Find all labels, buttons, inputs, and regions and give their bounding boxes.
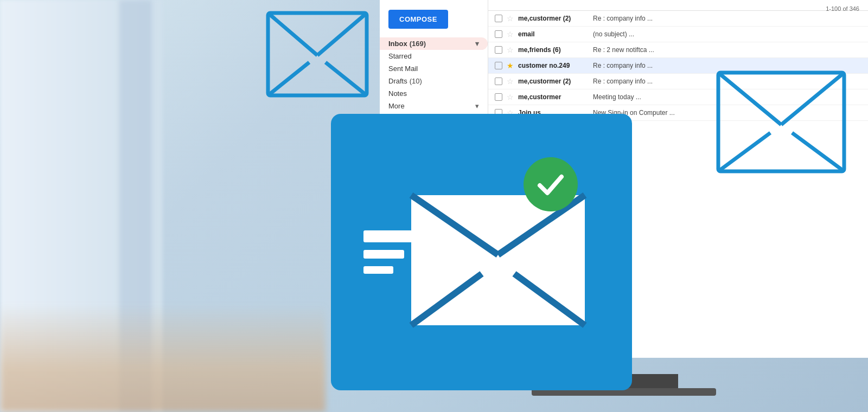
svg-line-1 [268, 13, 317, 55]
sent-label: Sent Mail [388, 65, 418, 73]
email-checkbox[interactable] [495, 62, 502, 69]
sidebar-item-sent[interactable]: Sent Mail [380, 62, 488, 75]
main-card-inner [331, 114, 632, 390]
check-badge [524, 157, 578, 211]
checkmark-icon [534, 168, 567, 201]
sidebar-item-notes[interactable]: Notes [380, 87, 488, 100]
email-checkbox[interactable] [495, 93, 502, 101]
card-line-2 [363, 250, 404, 259]
email-subject: Re : company info ... [593, 15, 861, 22]
svg-line-7 [781, 73, 844, 125]
sidebar-item-inbox[interactable]: Inbox (169) ▾ [380, 37, 488, 50]
bg-desk [0, 304, 326, 412]
email-row[interactable]: ☆ me,friends (6) Re : 2 new notiftca ... [488, 42, 868, 58]
email-sender: me,friends (6) [518, 46, 589, 54]
svg-line-9 [792, 133, 844, 171]
compose-button[interactable]: COMPOSE [388, 10, 448, 29]
starred-label: Starred [388, 52, 412, 60]
drafts-count: (10) [410, 77, 422, 85]
more-label: More [388, 102, 405, 110]
star-icon[interactable]: ☆ [507, 93, 514, 101]
email-row[interactable]: ☆ email (no subject) ... [488, 27, 868, 42]
email-checkbox[interactable] [495, 30, 502, 38]
email-subject: Re : 2 new notiftca ... [593, 46, 861, 54]
svg-line-3 [268, 62, 309, 95]
email-sender: me,custormer (2) [518, 78, 589, 85]
star-icon[interactable]: ★ [507, 61, 514, 70]
star-icon[interactable]: ☆ [507, 30, 514, 38]
svg-line-2 [317, 13, 367, 55]
email-checkbox[interactable] [495, 46, 502, 54]
email-sender: email [518, 30, 589, 38]
sidebar-item-starred[interactable]: Starred [380, 50, 488, 62]
main-card [331, 114, 632, 390]
email-checkbox[interactable] [495, 78, 502, 85]
email-subject: (no subject) ... [593, 30, 861, 38]
card-lines [363, 230, 412, 274]
email-sender: me,custormer [518, 93, 589, 101]
more-arrow: ▾ [475, 102, 479, 110]
svg-line-8 [718, 133, 770, 171]
star-icon[interactable]: ☆ [507, 77, 514, 86]
email-sender: me,custormer (2) [518, 15, 589, 22]
inbox-label: Inbox [388, 40, 407, 48]
notes-label: Notes [388, 89, 407, 98]
card-line-3 [363, 266, 393, 274]
svg-line-6 [718, 73, 781, 125]
star-icon[interactable]: ☆ [507, 14, 514, 23]
card-line-1 [363, 230, 412, 242]
inbox-count: (169) [410, 40, 426, 48]
inbox-arrow: ▾ [475, 40, 479, 48]
envelope-float-right [716, 70, 846, 173]
email-counter: 1-100 of 346 [826, 5, 859, 12]
svg-line-4 [326, 62, 367, 95]
star-icon[interactable]: ☆ [507, 46, 514, 54]
sidebar-item-more[interactable]: More ▾ [380, 100, 488, 112]
email-sender: customer no.249 [518, 62, 589, 69]
sidebar-item-drafts[interactable]: Drafts (10) [380, 75, 488, 87]
envelope-float-left [266, 11, 369, 98]
drafts-label: Drafts [388, 77, 407, 85]
email-checkbox[interactable] [495, 15, 502, 22]
email-subject: Re : company info ... [593, 62, 861, 69]
email-row[interactable]: ☆ me,custormer (2) Re : company info ... [488, 11, 868, 27]
